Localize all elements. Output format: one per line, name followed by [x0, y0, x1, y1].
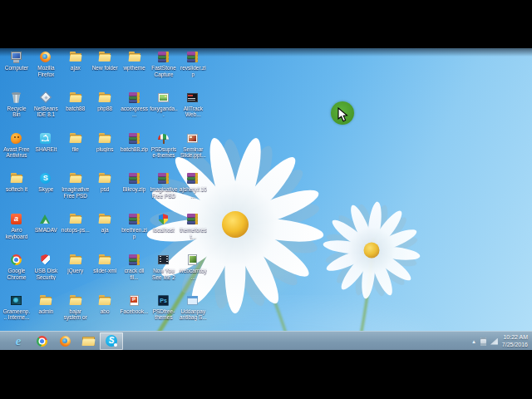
desktop-icon-label: Avro keyboard — [2, 227, 31, 239]
desktop-icon-themeforest[interactable]: themeforest... — [179, 212, 207, 239]
desktop-icon-uddanpay-antibag-s[interactable]: Uddanpay antibag S... — [179, 293, 207, 321]
rar-icon — [127, 131, 142, 145]
desktop-icon-psdfree-themes[interactable]: PsPSDfree-themes — [150, 293, 178, 321]
desktop-icon-avro-keyboard[interactable]: aAvro keyboard — [2, 212, 31, 239]
desktop-icon-label: NetBeans IDE 8.1 — [32, 106, 60, 118]
desktop-icon-label: accexpress... — [121, 106, 149, 118]
folder-icon — [9, 171, 24, 185]
folder-icon — [97, 131, 112, 145]
desktop-icon-bikroy-zip[interactable]: Bikroy.zip — [121, 171, 149, 193]
letterbox-top — [0, 0, 532, 48]
rar-icon — [185, 50, 200, 64]
desktop-icon-label: file — [62, 146, 90, 153]
desktop-icon-usb-disk-security[interactable]: USB Disk Security — [32, 253, 60, 280]
rar-icon — [185, 212, 200, 226]
taskbar: eS ▴ 10:22 AM 7/25/2016 — [0, 331, 532, 350]
tray-clock[interactable]: 10:22 AM 7/25/2016 — [502, 334, 530, 348]
desktop-icon-slider-xml[interactable]: slider-xml — [91, 253, 119, 274]
desktop-icon-localhost[interactable]: localhost — [150, 212, 178, 234]
desktop-icon-google-chrome[interactable]: Google Chrome — [2, 253, 31, 280]
desktop-icon-label: Recycle Bin — [2, 106, 31, 118]
internet-explorer-icon: e — [12, 334, 26, 348]
desktop-icon-label: notops-ps... — [62, 227, 90, 234]
desktop-icon-crack-dll-fil[interactable]: crack dll fil... — [121, 253, 149, 280]
usb-device-icon[interactable] — [480, 337, 486, 346]
desktop-icon-avast-free-antivirus[interactable]: Avast Free Antivirus — [2, 131, 31, 159]
taskbar-firefox-button[interactable] — [53, 332, 76, 350]
desktop-icon-ajshery-f-10[interactable]: ajshery.f.10... — [179, 171, 207, 199]
desktop-icon-imaginative-free-psd[interactable]: Imaginative Free PSD ... — [62, 171, 90, 200]
desktop-icon-grameenp-interne[interactable]: Grameenp... Interne... — [2, 293, 31, 321]
desktop[interactable]: ComputerMozilla FirefoxajaxNew folderwpt… — [0, 48, 532, 350]
desktop-icon-skype[interactable]: SSkype — [32, 171, 60, 193]
desktop-icon-brethren-zip[interactable]: brethren.zip — [121, 212, 149, 239]
desktop-icon-recycle-bin[interactable]: Recycle Bin — [2, 91, 31, 118]
taskbar-chrome-button[interactable] — [30, 332, 53, 350]
taskbar-file-explorer-button[interactable] — [76, 332, 100, 350]
desktop-icon-label: localhost — [150, 227, 178, 234]
desktop-icon-new-folder[interactable]: New folder — [91, 50, 119, 71]
shield4-icon — [156, 212, 171, 226]
desktop-icon-mozilla-firefox[interactable]: Mozilla Firefox — [32, 50, 60, 77]
desktop-icon-softech-it[interactable]: softech it — [2, 171, 31, 193]
photo-icon — [185, 131, 200, 145]
desktop-icon-jquery[interactable]: jQuery — [62, 253, 90, 274]
mouse-cursor — [337, 107, 348, 126]
image-icon — [156, 91, 171, 105]
desktop-icon-accexpress[interactable]: accexpress... — [121, 91, 149, 118]
folder-icon — [68, 253, 83, 267]
desktop-icon-bajar-system-or-registrat[interactable]: bajar system or registrat... — [62, 293, 90, 322]
desktop-icon-batch88[interactable]: batch88 — [62, 91, 90, 112]
desktop-icon-aja[interactable]: aja — [91, 212, 119, 234]
desktop-icon-foxyganda[interactable]: foxyganda... — [150, 91, 178, 118]
greenfile-icon — [185, 253, 200, 267]
desktop-icon-label: Seminar Slide.ppt... — [179, 146, 207, 159]
rar-icon — [156, 171, 171, 185]
umbrella-icon — [156, 131, 171, 145]
desktop-icon-webcamtoy[interactable]: webcamtoy... — [179, 253, 207, 280]
desktop-icon-label: slider-xml — [91, 268, 119, 274]
desktop-icon-computer[interactable]: Computer — [2, 50, 31, 71]
desktop-icon-netbeans-ide-8-1[interactable]: NetBeans IDE 8.1 — [32, 91, 60, 118]
desktop-icon-label: brethren.zip — [121, 227, 149, 239]
desktop-icon-label: Computer — [2, 65, 31, 71]
desktop-icon-psdsuprise-themes[interactable]: PSDsuprise-themes — [150, 131, 178, 159]
dark-icon — [185, 91, 200, 105]
desktop-icon-label: Facebook... — [121, 308, 149, 315]
show-hidden-icons-chevron-icon[interactable]: ▴ — [471, 332, 476, 350]
desktop-icon-alltrack-web[interactable]: AllTrack Web... — [179, 91, 207, 118]
desktop-icon-label: Bikroy.zip — [121, 186, 149, 193]
desktop-icon-faststone-capture-v7[interactable]: FastStone Capture v7... — [150, 50, 178, 78]
desktop-icon-label: wptheme — [121, 65, 149, 71]
desktop-icon-abo[interactable]: abo — [91, 293, 119, 315]
system-tray: ▴ 10:22 AM 7/25/2016 — [471, 332, 530, 350]
desktop-icon-ajax[interactable]: ajax — [62, 50, 90, 71]
desktop-icon-imaginative-free-psd-w[interactable]: Imaginative Free PSD W... — [150, 171, 178, 200]
desktop-icon-batch88-zip[interactable]: batch88.zip — [121, 131, 149, 153]
desktop-icon-facebook[interactable]: PFacebook... — [121, 293, 149, 315]
desktop-icon-shareit[interactable]: SHAREit — [32, 131, 60, 153]
recycle-icon — [9, 91, 24, 105]
folder-icon — [68, 171, 83, 185]
folder-icon — [68, 212, 83, 226]
desktop-icon-seminar-slide-ppt[interactable]: Seminar Slide.ppt... — [179, 131, 207, 159]
desktop-icon-label: webcamtoy... — [179, 268, 207, 280]
desktop-icon-smadav[interactable]: SMADAV — [32, 212, 60, 234]
network-signal-icon[interactable] — [490, 338, 498, 345]
desktop-icon-now-you-see-me-2-2016[interactable]: Now You See Me 2 (2016)... — [150, 253, 178, 281]
desktop-icon-label: php88 — [91, 106, 119, 112]
folder-icon — [68, 91, 83, 105]
desktop-icon-notops-ps[interactable]: notops-ps... — [62, 212, 90, 234]
desktop-icon-php88[interactable]: php88 — [91, 91, 119, 112]
avro-icon: a — [9, 212, 24, 226]
desktop-icon-plugins[interactable]: plugins — [91, 131, 119, 153]
desktop-icon-wptheme[interactable]: wptheme — [121, 50, 149, 71]
folder-icon — [97, 50, 112, 64]
desktop-icon-file[interactable]: file — [62, 131, 90, 153]
taskbar-skype-button[interactable]: S — [100, 332, 123, 350]
desktop-icon-psd[interactable]: psd — [91, 171, 119, 193]
desktop-icon-admin[interactable]: admin — [32, 293, 60, 315]
desktop-icon-revslider-zip[interactable]: revslider.zip — [179, 50, 207, 77]
desktop-icon-label: jQuery — [62, 268, 90, 274]
taskbar-internet-explorer-button[interactable]: e — [7, 332, 30, 350]
